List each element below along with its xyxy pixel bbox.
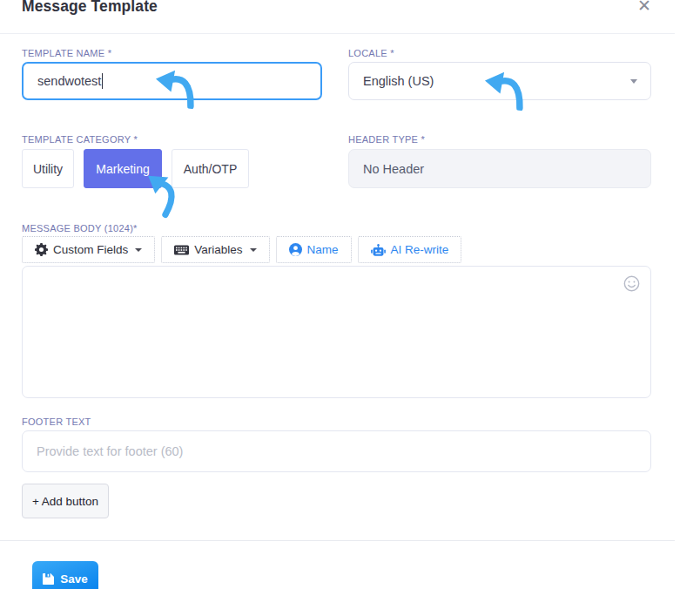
page-title: Message Template xyxy=(22,0,158,16)
ai-rewrite-button[interactable]: AI Re-write xyxy=(358,236,462,263)
save-floppy-icon xyxy=(43,573,54,585)
template-category-group: Utility Marketing Auth/OTP xyxy=(22,149,249,188)
keyboard-icon xyxy=(174,245,189,255)
category-button-utility[interactable]: Utility xyxy=(22,149,74,188)
text-cursor xyxy=(102,73,103,89)
robot-icon xyxy=(371,244,386,256)
locale-label: LOCALE * xyxy=(348,48,394,58)
message-template-modal: Message Template ✕ TEMPLATE NAME * sendw… xyxy=(0,0,700,589)
message-body-toolbar: Custom Fields Variables Name AI Re-write xyxy=(22,236,461,263)
message-body-label: MESSAGE BODY (1024)* xyxy=(22,223,138,234)
close-button[interactable]: ✕ xyxy=(634,0,655,16)
custom-fields-button[interactable]: Custom Fields xyxy=(22,236,155,263)
category-button-marketing[interactable]: Marketing xyxy=(84,149,162,188)
gear-icon xyxy=(35,243,48,256)
footer-text-placeholder: Provide text for footer (60) xyxy=(37,444,183,458)
template-name-input[interactable]: sendwotest xyxy=(22,62,322,100)
ai-rewrite-label: AI Re-write xyxy=(391,243,449,256)
emoji-picker-button[interactable] xyxy=(623,275,640,292)
header-type-label: HEADER TYPE * xyxy=(348,134,425,145)
footer-text-label: FOOTER TEXT xyxy=(22,416,91,427)
caret-down-icon xyxy=(135,248,142,252)
save-button[interactable]: Save xyxy=(32,561,98,589)
variables-label: Variables xyxy=(194,243,242,256)
template-name-label: TEMPLATE NAME * xyxy=(22,48,111,58)
save-label: Save xyxy=(60,572,88,586)
close-icon: ✕ xyxy=(637,0,651,16)
header-type-value: No Header xyxy=(363,162,424,176)
person-circle-icon xyxy=(289,243,302,256)
template-name-value: sendwotest xyxy=(37,74,101,88)
header-type-field: No Header xyxy=(348,149,651,188)
custom-fields-label: Custom Fields xyxy=(53,243,128,256)
chevron-down-icon xyxy=(630,79,637,84)
variables-button[interactable]: Variables xyxy=(161,236,269,263)
caret-down-icon xyxy=(250,248,257,252)
footer-text-input[interactable]: Provide text for footer (60) xyxy=(22,430,651,472)
add-button[interactable]: + Add button xyxy=(22,484,109,518)
template-category-label: TEMPLATE CATEGORY * xyxy=(22,134,138,145)
locale-selected-value: English (US) xyxy=(363,74,434,88)
name-button[interactable]: Name xyxy=(276,236,352,263)
category-button-auth-otp[interactable]: Auth/OTP xyxy=(172,149,249,188)
name-label: Name xyxy=(307,243,339,256)
message-body-textarea[interactable] xyxy=(22,266,651,398)
locale-select[interactable]: English (US) xyxy=(348,62,651,100)
footer-divider xyxy=(0,540,675,541)
header-divider xyxy=(0,33,675,34)
